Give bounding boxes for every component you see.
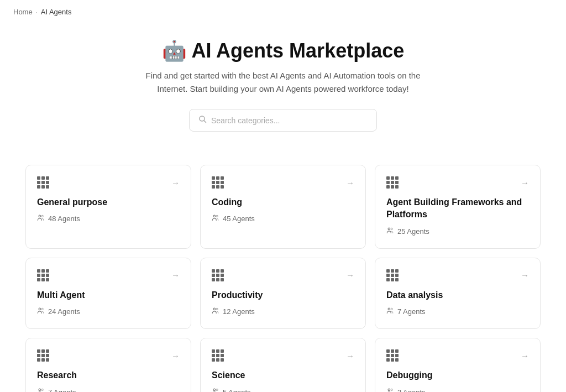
people-icon [386, 307, 394, 316]
svg-point-12 [388, 308, 390, 310]
svg-point-6 [388, 228, 390, 230]
card-agent-building[interactable]: → Agent Building Frameworks and Platform… [375, 165, 541, 249]
card-debugging[interactable]: → Debugging 3 Agents [375, 338, 541, 392]
people-icon [37, 214, 45, 223]
breadcrumb: Home · AI Agents [0, 0, 566, 24]
card-title: Multi Agent [37, 289, 180, 301]
people-icon [212, 388, 219, 392]
arrow-icon: → [171, 351, 180, 360]
grid-icon [212, 176, 224, 189]
grid-icon [37, 176, 49, 189]
card-header: → [212, 269, 354, 281]
card-count: 48 Agents [37, 214, 180, 223]
card-header: → [386, 176, 529, 189]
grid-icon [37, 269, 49, 281]
arrow-icon: → [346, 270, 354, 280]
arrow-icon: → [171, 178, 180, 187]
card-title: Science [212, 369, 354, 381]
category-grid: → General purpose 48 Agents → Coding [12, 165, 554, 392]
hero-section: 🤖 AI Agents Marketplace Find and get sta… [0, 24, 566, 149]
card-title: Coding [212, 196, 354, 208]
arrow-icon: → [521, 351, 529, 360]
card-count: 7 Agents [37, 388, 180, 392]
people-icon [37, 307, 45, 316]
search-box [189, 109, 377, 132]
arrow-icon: → [521, 270, 529, 280]
people-icon [386, 227, 394, 236]
count-label: 24 Agents [48, 307, 80, 316]
grid-icon [212, 269, 224, 281]
card-title: General purpose [37, 196, 180, 208]
count-label: 3 Agents [397, 388, 426, 392]
count-label: 7 Agents [397, 307, 426, 316]
arrow-icon: → [521, 178, 529, 187]
grid-icon [37, 349, 49, 362]
breadcrumb-home[interactable]: Home [13, 8, 33, 16]
svg-point-18 [388, 389, 390, 391]
svg-point-17 [216, 389, 218, 390]
card-count: 45 Agents [212, 214, 354, 223]
card-header: → [212, 176, 354, 189]
card-title: Agent Building Frameworks and Platforms [386, 196, 529, 221]
card-header: → [386, 349, 529, 362]
card-count: 3 Agents [386, 388, 529, 392]
card-count: 5 Agents [212, 388, 354, 392]
svg-point-4 [213, 216, 216, 218]
svg-point-13 [391, 309, 392, 310]
card-multi-agent[interactable]: → Multi Agent 24 Agents [25, 258, 191, 329]
search-input[interactable] [211, 116, 368, 125]
svg-point-19 [391, 389, 392, 390]
search-icon [198, 115, 207, 126]
people-icon [386, 388, 394, 392]
card-count: 25 Agents [386, 227, 529, 236]
page-title: 🤖 AI Agents Marketplace [13, 39, 553, 62]
svg-point-5 [216, 216, 218, 217]
breadcrumb-current: AI Agents [41, 8, 72, 16]
count-label: 12 Agents [223, 307, 255, 316]
svg-point-10 [213, 308, 216, 310]
svg-point-3 [41, 216, 43, 217]
card-general-purpose[interactable]: → General purpose 48 Agents [25, 165, 191, 249]
grid-icon [386, 269, 399, 281]
card-count: 12 Agents [212, 307, 354, 316]
card-science[interactable]: → Science 5 Agents [200, 338, 366, 392]
search-container [13, 109, 553, 132]
card-title: Productivity [212, 289, 354, 301]
card-header: → [386, 269, 529, 281]
card-header: → [37, 349, 180, 362]
svg-point-11 [216, 309, 218, 310]
svg-point-14 [39, 389, 41, 391]
hero-subtitle: Find and get started with the best AI Ag… [139, 69, 427, 96]
card-data-analysis[interactable]: → Data analysis 7 Agents [375, 258, 541, 329]
people-icon [37, 388, 45, 392]
grid-icon [212, 349, 224, 362]
svg-line-1 [204, 121, 206, 123]
svg-point-9 [41, 309, 43, 310]
arrow-icon: → [171, 270, 180, 280]
card-title: Debugging [386, 369, 529, 381]
arrow-icon: → [346, 178, 354, 187]
card-coding[interactable]: → Coding 45 Agents [200, 165, 366, 249]
card-research[interactable]: → Research 7 Agents [25, 338, 191, 392]
breadcrumb-separator: · [36, 9, 38, 15]
people-icon [212, 214, 219, 223]
svg-point-8 [39, 308, 41, 310]
count-label: 25 Agents [397, 227, 429, 236]
count-label: 5 Agents [223, 388, 251, 392]
count-label: 7 Agents [48, 388, 76, 392]
card-header: → [212, 349, 354, 362]
count-label: 48 Agents [48, 215, 80, 223]
card-productivity[interactable]: → Productivity 12 Agents [200, 258, 366, 329]
svg-point-7 [391, 228, 392, 229]
svg-point-15 [41, 389, 43, 390]
people-icon [212, 307, 219, 316]
grid-icon [386, 349, 399, 362]
card-header: → [37, 176, 180, 189]
grid-icon [386, 176, 399, 189]
count-label: 45 Agents [223, 215, 255, 223]
svg-point-16 [213, 389, 216, 391]
svg-point-2 [39, 216, 41, 218]
card-title: Data analysis [386, 289, 529, 301]
card-title: Research [37, 369, 180, 381]
card-count: 7 Agents [386, 307, 529, 316]
